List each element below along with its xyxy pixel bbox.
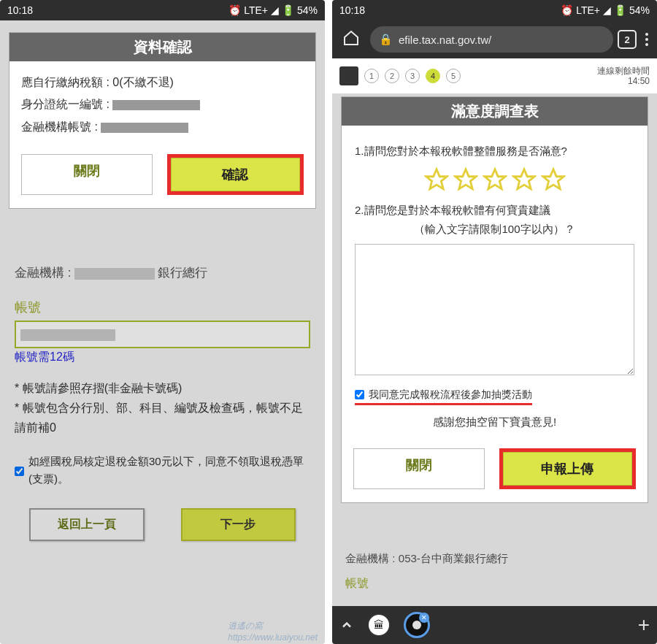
svg-marker-0 bbox=[426, 169, 446, 188]
lock-icon: 🔒 bbox=[379, 33, 393, 46]
status-battery: 54% bbox=[629, 4, 650, 16]
session-time-value: 14:50 bbox=[597, 76, 650, 86]
survey-submit-button[interactable]: 申報上傳 bbox=[503, 452, 633, 486]
survey-modal: 滿意度調查表 1.請問您對於本報稅軟體整體服務是否滿意? 2.請問您是對於本報稅… bbox=[341, 96, 648, 503]
status-bar: 10:18 ⏰ LTE+ ◢ 🔋 54% bbox=[332, 0, 657, 20]
refresh-badge-icon: ✕ bbox=[419, 613, 429, 623]
status-time: 10:18 bbox=[7, 4, 228, 16]
url-text: efile.tax.nat.gov.tw/ bbox=[399, 34, 491, 46]
alarm-icon: ⏰ bbox=[228, 4, 241, 16]
status-network: LTE+ bbox=[576, 4, 600, 16]
home-icon[interactable] bbox=[337, 29, 366, 50]
svg-marker-2 bbox=[484, 169, 504, 188]
svg-marker-3 bbox=[513, 169, 534, 188]
star-1[interactable] bbox=[424, 167, 449, 192]
signal-icon: ◢ bbox=[603, 4, 611, 16]
bottom-nav: 🏛 ✕ + bbox=[332, 606, 657, 644]
phone-left: 10:18 ⏰ LTE+ ◢ 🔋 54% 金融機構 : 銀行總行 帳號 帳號需1… bbox=[0, 0, 325, 644]
star-5[interactable] bbox=[541, 167, 566, 192]
status-network: LTE+ bbox=[244, 4, 268, 16]
bankacct-label: 金融機構帳號 : bbox=[21, 120, 98, 133]
step-1[interactable]: 1 bbox=[364, 69, 379, 83]
bankacct-value-redacted bbox=[101, 123, 188, 133]
confirm-highlight: 確認 bbox=[167, 154, 304, 195]
url-bar[interactable]: 🔒 efile.tax.nat.gov.tw/ bbox=[370, 26, 613, 53]
id-value-redacted bbox=[112, 100, 200, 110]
tax-label: 應自行繳納稅額 : bbox=[21, 76, 110, 88]
agree-text: 我同意完成報稅流程後參加抽獎活動 bbox=[369, 388, 532, 402]
modal-close-button[interactable]: 關閉 bbox=[21, 154, 153, 195]
session-time-label: 連線剩餘時間 bbox=[597, 66, 650, 76]
survey-q2-line1: 2.請問您是對於本報稅軟體有何寶貴建議 bbox=[355, 202, 634, 219]
survey-close-button[interactable]: 關閉 bbox=[353, 448, 485, 489]
phone-right: 10:18 ⏰ LTE+ ◢ 🔋 54% 🔒 efile.tax.nat.gov… bbox=[332, 0, 657, 644]
chevron-up-icon[interactable] bbox=[339, 618, 354, 632]
survey-q2-line2: （輸入文字請限制100字以內）？ bbox=[355, 221, 634, 238]
tab-thumbnail-1[interactable]: 🏛 bbox=[367, 613, 391, 637]
alarm-icon: ⏰ bbox=[561, 4, 573, 16]
svg-point-5 bbox=[412, 621, 421, 629]
star-2[interactable] bbox=[453, 167, 478, 192]
submit-highlight: 申報上傳 bbox=[499, 448, 637, 489]
step-indicator: 1 2 3 4 5 連線剩餘時間 14:50 bbox=[332, 58, 657, 93]
step-3[interactable]: 3 bbox=[405, 69, 420, 83]
battery-icon: 🔋 bbox=[614, 4, 626, 16]
star-3[interactable] bbox=[483, 167, 507, 192]
new-tab-button[interactable]: + bbox=[638, 613, 650, 637]
modal-confirm-button[interactable]: 確認 bbox=[171, 158, 301, 191]
id-label: 身分證統一編號 : bbox=[21, 98, 110, 110]
star-rating bbox=[355, 167, 634, 192]
survey-q1: 1.請問您對於本報稅軟體整體服務是否滿意? bbox=[355, 143, 634, 160]
tab-thumbnail-2[interactable]: ✕ bbox=[404, 612, 430, 638]
battery-icon: 🔋 bbox=[282, 4, 294, 16]
feedback-textarea[interactable] bbox=[355, 244, 634, 375]
step-5[interactable]: 5 bbox=[446, 69, 461, 83]
thanks-text: 感謝您抽空留下寶貴意見! bbox=[355, 415, 634, 429]
modal-title: 資料確認 bbox=[9, 33, 315, 61]
star-4[interactable] bbox=[512, 167, 537, 192]
tax-value: 0(不繳不退) bbox=[112, 76, 174, 88]
more-icon[interactable] bbox=[641, 33, 653, 46]
status-bar: 10:18 ⏰ LTE+ ◢ 🔋 54% bbox=[0, 0, 325, 20]
step-4[interactable]: 4 bbox=[426, 69, 440, 83]
svg-marker-1 bbox=[455, 169, 475, 188]
confirm-modal: 資料確認 應自行繳納稅額 : 0(不繳不退) 身分證統一編號 : 金融機構帳號 … bbox=[9, 32, 316, 209]
status-battery: 54% bbox=[297, 4, 318, 16]
agree-checkbox[interactable] bbox=[355, 390, 364, 399]
svg-marker-4 bbox=[542, 169, 563, 188]
tab-count[interactable]: 2 bbox=[618, 30, 637, 49]
browser-toolbar: 🔒 efile.tax.nat.gov.tw/ 2 bbox=[332, 20, 657, 58]
status-time: 10:18 bbox=[339, 4, 561, 16]
logo-icon bbox=[339, 66, 358, 85]
survey-title: 滿意度調查表 bbox=[342, 97, 648, 126]
step-2[interactable]: 2 bbox=[385, 69, 399, 83]
signal-icon: ◢ bbox=[271, 4, 279, 16]
